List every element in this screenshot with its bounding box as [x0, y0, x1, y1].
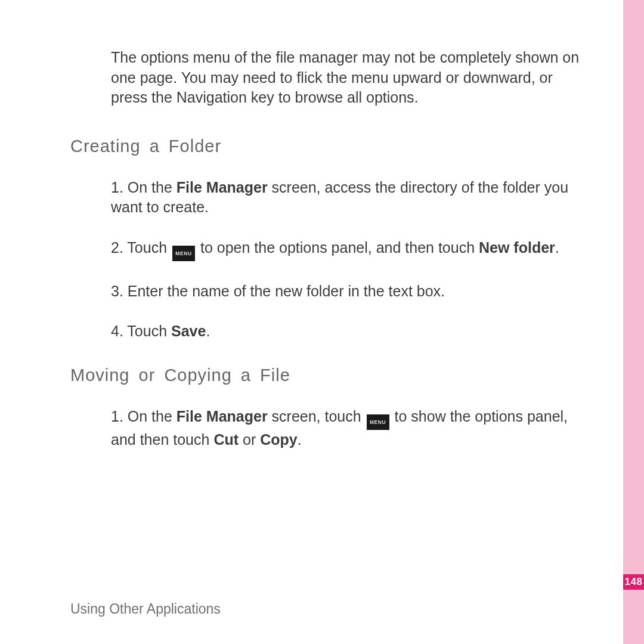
menu-icon: MENU — [367, 414, 389, 430]
bold-file-manager: File Manager — [177, 179, 268, 196]
side-color-strip — [623, 0, 644, 644]
text: . — [206, 323, 210, 339]
step-1: 1. On the File Manager screen, touch MEN… — [111, 407, 584, 450]
text: 1. On the — [111, 408, 177, 425]
heading-moving-copying: Moving or Copying a File — [70, 366, 584, 385]
heading-creating-folder: Creating a Folder — [70, 137, 584, 156]
text: or — [239, 431, 260, 448]
step-3: 3. Enter the name of the new folder in t… — [111, 281, 584, 302]
text: . — [555, 239, 559, 256]
text: . — [298, 431, 302, 448]
bold-save: Save — [171, 323, 206, 339]
menu-icon: MENU — [172, 246, 195, 261]
bold-new-folder: New folder — [479, 239, 555, 256]
page-content: The options menu of the file manager may… — [70, 48, 584, 473]
text: 4. Touch — [111, 323, 171, 339]
text: 1. On the — [111, 179, 177, 196]
steps-moving-copying: 1. On the File Manager screen, touch MEN… — [111, 407, 584, 450]
step-2: 2. Touch MENU to open the options panel,… — [111, 238, 584, 261]
steps-creating-folder: 1. On the File Manager screen, access th… — [111, 178, 584, 342]
step-4: 4. Touch Save. — [111, 321, 584, 342]
bold-file-manager: File Manager — [177, 408, 268, 425]
intro-paragraph: The options menu of the file manager may… — [111, 48, 584, 108]
footer-chapter-label: Using Other Applications — [70, 601, 221, 617]
bold-copy: Copy — [260, 431, 298, 448]
text: screen, touch — [268, 408, 366, 425]
step-1: 1. On the File Manager screen, access th… — [111, 178, 584, 218]
text: 2. Touch — [111, 239, 171, 256]
page-number-badge: 148 — [623, 574, 644, 590]
text: to open the options panel, and then touc… — [196, 239, 479, 256]
bold-cut: Cut — [213, 431, 239, 448]
